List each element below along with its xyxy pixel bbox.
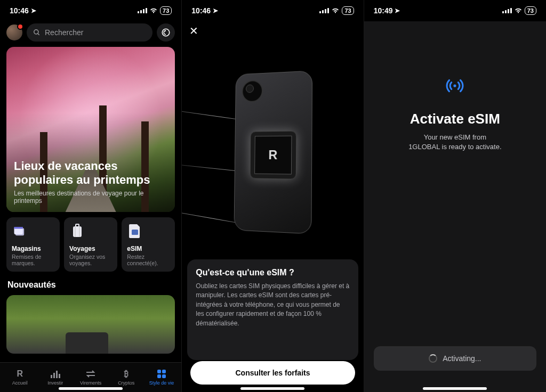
tile-desc: Restez connecté(e). — [127, 254, 170, 266]
spinner-icon — [429, 354, 437, 363]
section-news-title: Nouveautés — [7, 280, 175, 290]
esim-illustration: R — [182, 37, 363, 266]
tab-label: Accueil — [12, 380, 28, 386]
status-time: 10:46 — [191, 6, 211, 15]
location-icon: ➤ — [31, 7, 36, 14]
tile-desc: Organisez vos voyages. — [69, 254, 112, 266]
svg-rect-14 — [59, 374, 60, 378]
activating-label: Activating... — [443, 354, 481, 363]
chip-logo: R — [269, 148, 278, 162]
svg-point-0 — [34, 30, 38, 34]
sim-icon — [127, 223, 143, 239]
hero-card[interactable]: Lieux de vacances populaires au printemp… — [6, 47, 175, 212]
points-button[interactable] — [157, 23, 175, 42]
svg-rect-10 — [132, 230, 138, 235]
tab-home[interactable]: R Accueil — [2, 369, 37, 386]
tile-label: Magasins — [12, 245, 54, 252]
cta-label: Consulter les forfaits — [235, 369, 310, 377]
svg-rect-12 — [53, 373, 55, 378]
screen-lifestyle: 10:46 ➤ 73 Rechercher — [0, 0, 182, 392]
cellular-icon — [502, 8, 512, 13]
tab-crypto[interactable]: ₿ Cryptos — [108, 369, 143, 386]
tab-label: Virements — [80, 380, 101, 386]
search-placeholder: Rechercher — [45, 28, 83, 37]
antenna-icon — [444, 75, 466, 97]
svg-rect-15 — [157, 370, 161, 373]
location-icon: ➤ — [213, 7, 218, 14]
status-bar: 10:49 ➤ 73 — [364, 0, 546, 21]
tab-transfers[interactable]: Virements — [73, 369, 108, 386]
tile-label: Voyages — [69, 245, 112, 252]
wifi-icon — [149, 7, 158, 14]
location-icon: ➤ — [395, 7, 400, 14]
home-indicator[interactable] — [59, 387, 123, 390]
svg-rect-5 — [14, 227, 23, 229]
tile-travel[interactable]: Voyages Organisez vos voyages. — [64, 217, 117, 272]
battery-level: 73 — [525, 6, 536, 15]
activating-button: Activating... — [374, 346, 536, 371]
close-button[interactable]: ✕ — [189, 24, 198, 37]
home-indicator[interactable] — [240, 387, 304, 390]
wifi-icon — [514, 7, 523, 14]
bitcoin-icon: ₿ — [124, 369, 129, 379]
tile-esim[interactable]: eSIM Restez connecté(e). — [122, 217, 175, 272]
svg-rect-11 — [51, 375, 52, 378]
wifi-icon — [331, 7, 340, 14]
battery-level: 73 — [342, 6, 354, 15]
chart-icon — [51, 369, 60, 379]
status-time: 10:46 — [10, 6, 29, 15]
search-input[interactable]: Rechercher — [27, 23, 152, 42]
home-icon: R — [17, 369, 23, 379]
tab-label: Style de vie — [149, 380, 174, 386]
hero-subtitle: Les meilleures destinations de voyage po… — [14, 190, 167, 205]
svg-rect-13 — [56, 371, 58, 378]
cellular-icon — [138, 8, 147, 13]
view-plans-button[interactable]: Consulter les forfaits — [190, 361, 355, 385]
esim-info-card: Qu'est-ce qu'une eSIM ? Oubliez les cart… — [187, 259, 358, 360]
battery-level: 73 — [160, 6, 172, 15]
tab-lifestyle[interactable]: Style de vie — [144, 369, 179, 386]
avatar[interactable] — [6, 24, 22, 40]
tile-desc: Remises de marques. — [12, 254, 54, 266]
tile-stores[interactable]: Magasins Remises de marques. — [6, 217, 60, 272]
svg-point-19 — [454, 84, 456, 87]
tab-invest[interactable]: Investir — [37, 369, 73, 386]
info-body: Oubliez les cartes SIM physiques diffici… — [196, 282, 349, 328]
hero-title: Lieux de vacances populaires au printemp… — [14, 159, 167, 186]
svg-rect-18 — [162, 374, 166, 378]
tab-label: Investir — [47, 380, 63, 386]
activate-subtitle: Your new eSIM from 1GLOBAL is ready to a… — [380, 133, 530, 152]
suitcase-icon — [69, 223, 85, 239]
screen-activate-esim: 10:49 ➤ 73 — [364, 0, 546, 392]
activate-title: Activate eSIM — [380, 111, 530, 127]
shopping-bag-icon — [12, 223, 28, 239]
screen-esim-info: 10:46 ➤ 73 ✕ R Qu'est-ce qu'une — [182, 0, 364, 392]
home-indicator[interactable] — [423, 387, 487, 390]
cellular-icon — [319, 8, 329, 13]
svg-rect-16 — [162, 370, 166, 373]
svg-point-2 — [163, 29, 170, 36]
svg-rect-6 — [73, 226, 82, 237]
status-time: 10:49 — [374, 6, 393, 15]
svg-line-1 — [38, 34, 39, 35]
news-card[interactable] — [6, 295, 175, 354]
search-icon — [33, 29, 41, 36]
grid-icon — [157, 369, 166, 379]
info-title: Qu'est-ce qu'une eSIM ? — [196, 268, 349, 277]
svg-rect-7 — [76, 224, 79, 227]
status-bar: 10:46 ➤ 73 — [182, 0, 363, 21]
tab-label: Cryptos — [118, 380, 134, 386]
svg-rect-17 — [157, 374, 161, 378]
status-bar: 10:46 ➤ 73 — [0, 0, 181, 21]
tile-label: eSIM — [127, 245, 170, 252]
transfer-icon — [86, 369, 95, 379]
